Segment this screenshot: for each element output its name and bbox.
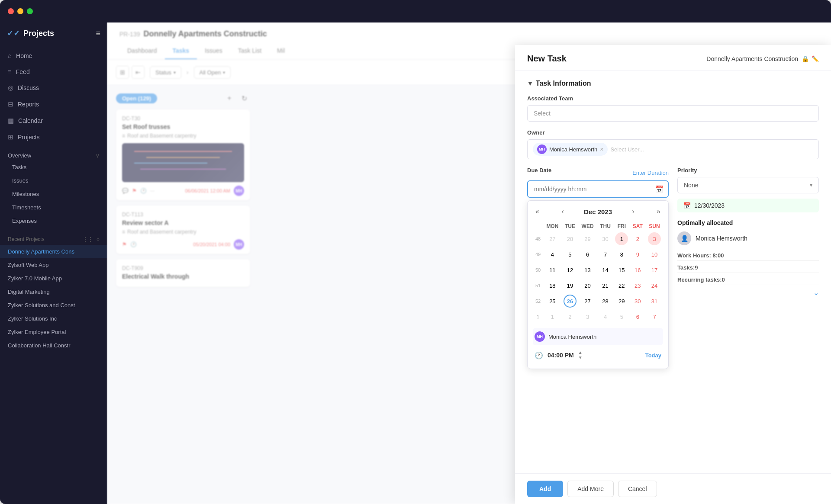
enter-duration-link[interactable]: Enter Duration: [632, 170, 669, 176]
cal-day-20[interactable]: 20: [578, 278, 597, 293]
cal-day-19[interactable]: 19: [562, 278, 578, 293]
task-info-section-header[interactable]: ▼ Task Information: [527, 80, 819, 87]
cal-day-4-next[interactable]: 4: [597, 309, 614, 324]
clock-icon-1[interactable]: 🕐: [140, 188, 147, 194]
cancel-button[interactable]: Cancel: [618, 481, 657, 497]
more-icon-1[interactable]: ···: [150, 188, 155, 194]
cal-day-21[interactable]: 21: [597, 278, 614, 293]
cal-day-16[interactable]: 16: [630, 262, 646, 278]
all-open-filter[interactable]: All Open ▾: [194, 66, 231, 79]
minimize-dot[interactable]: [17, 8, 23, 14]
cal-prev-year-button[interactable]: «: [533, 206, 542, 217]
cal-day-22[interactable]: 22: [614, 278, 629, 293]
cal-day-27[interactable]: 27: [578, 293, 597, 309]
cal-day-29[interactable]: 29: [614, 293, 629, 309]
cal-day-7[interactable]: 7: [597, 247, 614, 262]
cal-day-27-prev[interactable]: 27: [543, 231, 562, 247]
task-card-3[interactable]: DC-T909 Electrical Walk through: [116, 259, 250, 287]
time-up-button[interactable]: ▲: [578, 350, 583, 355]
project-item-zylker-inc[interactable]: Zylker Solutions Inc: [0, 312, 107, 325]
today-link[interactable]: Today: [645, 352, 661, 359]
cal-day-30-prev[interactable]: 30: [597, 231, 614, 247]
sidebar-item-home[interactable]: ⌂ Home: [0, 48, 107, 64]
cal-day-5[interactable]: 5: [562, 247, 578, 262]
add-more-button[interactable]: Add More: [567, 481, 614, 497]
cal-day-7-next[interactable]: 7: [646, 309, 663, 324]
calendar-icon[interactable]: 📅: [655, 185, 664, 193]
cal-day-6-next[interactable]: 6: [630, 309, 646, 324]
owner-remove-button[interactable]: ×: [600, 146, 603, 153]
sidebar-item-projects[interactable]: ⊞ Projects: [0, 129, 107, 145]
cal-day-23[interactable]: 23: [630, 278, 646, 293]
sidebar-sub-expenses[interactable]: Expenses: [0, 214, 107, 228]
cal-day-1[interactable]: 1: [614, 231, 629, 247]
cal-day-29-prev[interactable]: 29: [578, 231, 597, 247]
cal-day-18[interactable]: 18: [543, 278, 562, 293]
cal-day-12[interactable]: 12: [562, 262, 578, 278]
edit-icon[interactable]: ✏️: [812, 55, 819, 62]
sidebar-item-feed[interactable]: ≡ Feed: [0, 64, 107, 80]
cal-day-1-next[interactable]: 1: [543, 309, 562, 324]
cal-day-17[interactable]: 17: [646, 262, 663, 278]
cal-day-26[interactable]: 26: [562, 293, 578, 309]
priority-select[interactable]: None ▾: [677, 177, 819, 193]
recent-projects-list-icon[interactable]: ⋮⋮: [83, 236, 93, 242]
cal-day-8[interactable]: 8: [614, 247, 629, 262]
sidebar-item-calendar[interactable]: ▦ Calendar: [0, 112, 107, 129]
expand-optimally-icon[interactable]: ⌄: [813, 289, 819, 296]
tab-issues[interactable]: Issues: [197, 43, 230, 59]
filter-icon-btn-1[interactable]: ⊞: [116, 66, 129, 79]
project-item-digital[interactable]: Digital Marketing: [0, 285, 107, 299]
clock-icon-2[interactable]: 🕐: [130, 241, 137, 247]
cal-day-2-next[interactable]: 2: [562, 309, 578, 324]
cal-day-9[interactable]: 9: [630, 247, 646, 262]
associated-team-select[interactable]: Select: [527, 105, 819, 122]
cal-day-10[interactable]: 10: [646, 247, 663, 262]
cal-day-25[interactable]: 25: [543, 293, 562, 309]
cal-day-2[interactable]: 2: [630, 231, 646, 247]
cal-day-30[interactable]: 30: [630, 293, 646, 309]
comment-icon-1[interactable]: 💬: [122, 188, 129, 194]
maximize-dot[interactable]: [27, 8, 33, 14]
lock-icon[interactable]: 🔒: [802, 55, 809, 62]
cal-prev-month-button[interactable]: ‹: [559, 206, 567, 217]
cal-next-month-button[interactable]: ›: [629, 206, 637, 217]
cal-day-15[interactable]: 15: [614, 262, 629, 278]
cal-day-3[interactable]: 3: [646, 231, 663, 247]
cal-day-24[interactable]: 24: [646, 278, 663, 293]
overview-chevron[interactable]: ∨: [96, 153, 100, 159]
cal-day-28-prev[interactable]: 28: [562, 231, 578, 247]
status-filter[interactable]: Status ▾: [150, 66, 181, 79]
sidebar-sub-milestones[interactable]: Milestones: [0, 187, 107, 201]
priority-flag-icon-1[interactable]: ⚑: [132, 188, 137, 194]
project-item-donnelly[interactable]: Donnelly Apartments Cons: [0, 245, 107, 258]
cal-day-28[interactable]: 28: [597, 293, 614, 309]
sidebar-item-reports[interactable]: ⊟ Reports: [0, 96, 107, 112]
project-item-zylker70[interactable]: Zylker 7.0 Mobile App: [0, 272, 107, 285]
sidebar-sub-issues[interactable]: Issues: [0, 174, 107, 187]
sidebar-sub-timesheets[interactable]: Timesheets: [0, 201, 107, 214]
sidebar-sub-tasks[interactable]: Tasks: [0, 161, 107, 174]
cal-day-11[interactable]: 11: [543, 262, 562, 278]
cal-day-4[interactable]: 4: [543, 247, 562, 262]
due-date-input[interactable]: [527, 180, 669, 198]
task-card-2[interactable]: DC-T113 Review sector A ≡ Roof and Basem…: [116, 205, 250, 254]
flag-icon-2[interactable]: ⚑: [122, 241, 127, 247]
tab-mil[interactable]: Mil: [269, 43, 293, 59]
close-dot[interactable]: [8, 8, 14, 14]
project-item-zylker-employee[interactable]: Zylker Employee Portal: [0, 325, 107, 339]
project-item-zylsoft[interactable]: Zylsoft Web App: [0, 258, 107, 272]
add-task-button[interactable]: +: [223, 92, 235, 104]
cal-day-3-next[interactable]: 3: [578, 309, 597, 324]
sidebar-item-discuss[interactable]: ◎ Discuss: [0, 80, 107, 96]
sidebar-menu-icon[interactable]: ≡: [96, 29, 100, 38]
refresh-column-button[interactable]: ↻: [238, 92, 250, 104]
recent-projects-search-icon[interactable]: ○: [97, 236, 100, 242]
tab-tasks[interactable]: Tasks: [165, 43, 197, 59]
cal-day-13[interactable]: 13: [578, 262, 597, 278]
add-button[interactable]: Add: [527, 481, 563, 497]
cal-day-6[interactable]: 6: [578, 247, 597, 262]
owner-field[interactable]: MH Monica Hemsworth × Select User...: [527, 139, 819, 159]
cal-day-31[interactable]: 31: [646, 293, 663, 309]
time-down-button[interactable]: ▼: [578, 356, 583, 360]
